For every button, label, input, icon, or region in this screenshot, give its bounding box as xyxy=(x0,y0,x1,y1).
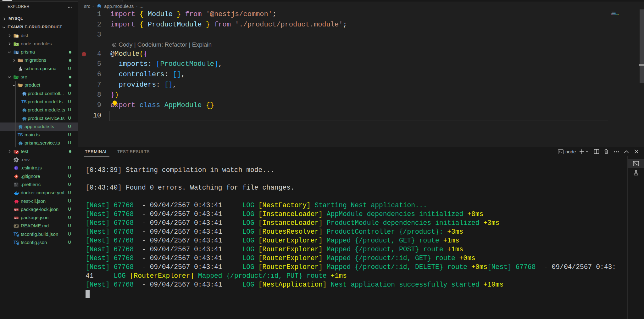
svg-text:npm: npm xyxy=(14,217,18,219)
svg-text:npm: npm xyxy=(14,208,18,210)
